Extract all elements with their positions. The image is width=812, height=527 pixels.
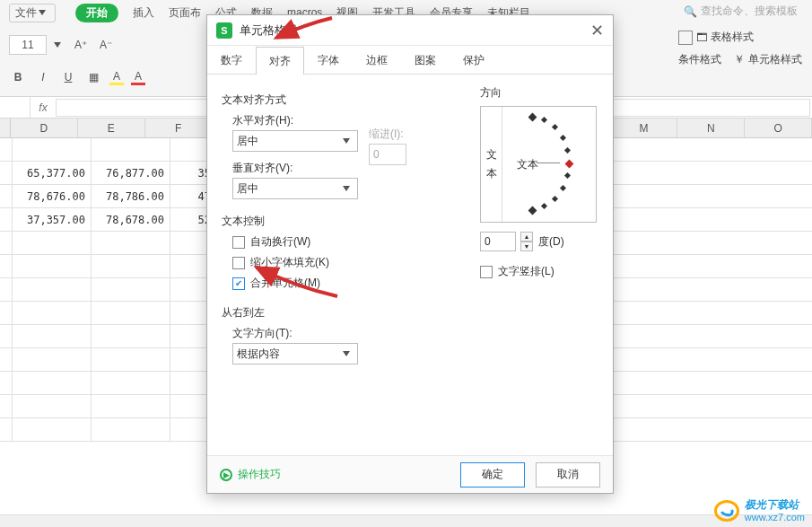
- cell[interactable]: 65,377.00: [13, 162, 92, 184]
- col-header[interactable]: O: [745, 119, 812, 137]
- close-icon[interactable]: ✕: [590, 21, 604, 40]
- indent-group: 缩进(I): 0: [369, 127, 406, 165]
- orientation-dial[interactable]: 文本: [502, 107, 596, 222]
- tab-protection[interactable]: 保护: [450, 46, 498, 74]
- tab-pattern[interactable]: 图案: [401, 46, 450, 74]
- degree-label: 度(D): [538, 234, 564, 250]
- tips-label: 操作技巧: [238, 467, 281, 482]
- menu-tab-insert[interactable]: 插入: [133, 5, 154, 21]
- vertical-text-sample[interactable]: 文本: [481, 107, 502, 222]
- fill-color-icon[interactable]: A: [109, 70, 124, 85]
- tab-border[interactable]: 边框: [353, 46, 401, 74]
- chevron-up-icon[interactable]: ▲: [520, 232, 533, 242]
- checkbox-icon[interactable]: [232, 236, 245, 249]
- cell[interactable]: 78,786.00: [92, 185, 170, 207]
- h-align-value: 居中: [237, 134, 258, 149]
- tab-alignment[interactable]: 对齐: [256, 47, 304, 75]
- section-rtl: 从右到左: [222, 305, 598, 321]
- col-header[interactable]: D: [11, 119, 78, 137]
- orientation-box[interactable]: 文本 文本: [480, 106, 597, 223]
- watermark: 极光下载站 www.xz7.com: [714, 498, 805, 523]
- ok-button[interactable]: 确定: [460, 462, 525, 487]
- money-icon: ￥: [734, 52, 745, 67]
- watermark-logo-icon: [714, 500, 739, 522]
- dialog-title: 单元格格式: [240, 22, 590, 39]
- chevron-down-icon[interactable]: ▼: [520, 242, 533, 251]
- checkbox-icon[interactable]: [232, 257, 245, 269]
- menu-tab-home[interactable]: 开始: [75, 4, 118, 22]
- chevron-down-icon: [343, 138, 350, 144]
- cancel-button[interactable]: 取消: [536, 462, 600, 487]
- watermark-url: www.xz7.com: [745, 511, 805, 523]
- search-placeholder: 查找命令、搜索模板: [701, 4, 798, 19]
- chevron-down-icon: [343, 186, 350, 191]
- dialog-tabs: 数字 对齐 字体 边框 图案 保护: [207, 46, 613, 75]
- file-menu-label: 文件: [15, 5, 37, 21]
- indent-spinner[interactable]: 0: [369, 144, 406, 165]
- format-table-icon: 🗔: [696, 31, 707, 44]
- col-header[interactable]: N: [677, 119, 745, 137]
- table-style-label: 表格样式: [711, 30, 754, 45]
- cell-style-label: 单元格样式: [748, 52, 802, 67]
- col-header[interactable]: M: [611, 119, 678, 137]
- underline-icon[interactable]: U: [59, 68, 77, 86]
- grid-icon: [678, 31, 693, 45]
- vertical-text-label: 文字竖排(L): [498, 264, 554, 279]
- font-size-input[interactable]: 11: [9, 35, 47, 55]
- search-icon: 🔍: [684, 5, 697, 18]
- menu-tab-page-layout[interactable]: 页面布: [169, 5, 201, 21]
- dialog-footer: ▶操作技巧 确定 取消: [207, 455, 613, 493]
- table-style-button[interactable]: 🗔表格样式: [678, 30, 754, 45]
- font-color-icon[interactable]: A: [131, 70, 145, 85]
- app-icon: S: [216, 22, 232, 39]
- text-dir-label: 文字方向(T):: [232, 326, 598, 341]
- h-align-select[interactable]: 居中: [232, 130, 358, 152]
- ribbon-right: 🔍 查找命令、搜索模板 🗔表格样式 条件格式 ￥单元格样式: [678, 0, 803, 67]
- select-all-corner[interactable]: [0, 119, 11, 137]
- dropdown-arrow-icon[interactable]: [54, 42, 61, 48]
- decrease-font-icon[interactable]: A⁻: [97, 36, 115, 54]
- italic-icon[interactable]: I: [34, 68, 52, 86]
- degree-spinner[interactable]: 0: [480, 232, 516, 251]
- col-header[interactable]: E: [78, 119, 145, 137]
- horizontal-scrollbar[interactable]: [0, 514, 812, 527]
- tips-link[interactable]: ▶操作技巧: [220, 467, 281, 482]
- search-box[interactable]: 🔍 查找命令、搜索模板: [678, 0, 803, 22]
- col-header[interactable]: F: [145, 119, 213, 137]
- v-align-value: 居中: [237, 181, 258, 197]
- chevron-down-icon: [343, 351, 350, 356]
- orientation-line: [537, 162, 560, 163]
- cell[interactable]: 37,357.00: [13, 208, 92, 231]
- play-icon: ▶: [220, 469, 232, 481]
- bold-icon[interactable]: B: [9, 68, 27, 86]
- text-dir-select[interactable]: 根据内容: [232, 343, 358, 365]
- degree-row: 0 ▲▼ 度(D): [480, 232, 597, 251]
- merge-label: 合并单元格(M): [250, 276, 320, 291]
- wrap-label: 自动换行(W): [250, 234, 310, 250]
- vertical-text-checkbox-row[interactable]: 文字竖排(L): [480, 264, 597, 279]
- increase-font-icon[interactable]: A⁺: [72, 36, 90, 54]
- v-align-select[interactable]: 居中: [232, 178, 358, 199]
- chevron-down-icon: [39, 10, 46, 15]
- fx-label[interactable]: fx: [31, 101, 56, 114]
- dialog-body: 文本对齐方式 水平对齐(H): 居中 缩进(I): 0 垂直对齐(V): 居中 …: [207, 75, 613, 461]
- spinner-buttons[interactable]: ▲▼: [520, 232, 533, 251]
- name-box[interactable]: [0, 97, 31, 118]
- border-icon[interactable]: ▦: [84, 68, 102, 86]
- shrink-label: 缩小字体填充(K): [250, 255, 329, 270]
- dialog-titlebar: S 单元格格式 ✕: [207, 15, 613, 46]
- tab-number[interactable]: 数字: [207, 46, 256, 74]
- cond-format-button[interactable]: 条件格式: [678, 52, 721, 67]
- tab-font[interactable]: 字体: [304, 46, 353, 74]
- checkbox-checked-icon[interactable]: [232, 277, 245, 290]
- text-dir-value: 根据内容: [237, 347, 280, 362]
- cell[interactable]: 76,877.00: [92, 162, 170, 184]
- direction-panel: 方向 文本 文本: [480, 85, 597, 283]
- indent-label: 缩进(I):: [369, 127, 406, 142]
- cell[interactable]: 78,678.00: [92, 208, 170, 231]
- checkbox-icon[interactable]: [480, 266, 493, 278]
- orientation-text: 文本: [517, 157, 538, 172]
- cell[interactable]: 78,676.00: [13, 185, 92, 207]
- file-menu[interactable]: 文件: [9, 4, 56, 22]
- money-button[interactable]: ￥单元格样式: [734, 52, 802, 67]
